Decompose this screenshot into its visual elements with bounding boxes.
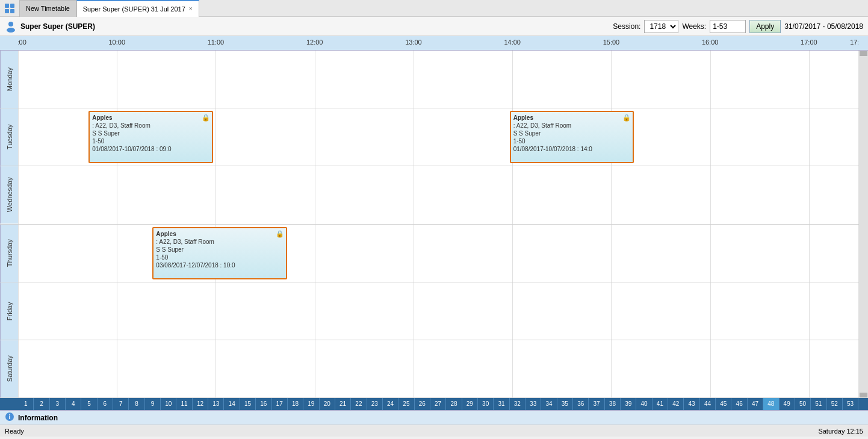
event-detail1: : A22, D3, Staff Room [92, 122, 209, 129]
week-num-47[interactable]: 47 [748, 398, 763, 410]
week-num-7[interactable]: 7 [113, 398, 129, 410]
week-num-29[interactable]: 29 [462, 398, 478, 410]
scrollbar-right[interactable] [858, 51, 868, 398]
week-num-35[interactable]: 35 [557, 398, 573, 410]
week-num-22[interactable]: 22 [351, 398, 367, 410]
week-num-4[interactable]: 4 [66, 398, 81, 410]
week-num-18[interactable]: 18 [288, 398, 303, 410]
time-tick: 16:00 [702, 39, 719, 46]
week-num-2[interactable]: 2 [34, 398, 49, 410]
week-num-37[interactable]: 37 [589, 398, 604, 410]
week-num-16[interactable]: 16 [256, 398, 271, 410]
day-label-friday: Friday [0, 282, 18, 340]
hour-line [611, 166, 612, 223]
hour-line [858, 51, 859, 108]
event-detail2: S S Super [156, 246, 283, 254]
week-num-48[interactable]: 48 [763, 398, 779, 410]
week-num-9[interactable]: 9 [145, 398, 161, 410]
statusbar: Ready Saturday 12:15 [0, 425, 868, 437]
week-num-13[interactable]: 13 [208, 398, 224, 410]
day-label-tuesday: Tuesday [0, 108, 18, 166]
day-content-thursday[interactable]: 🔒 Apples : A22, D3, Staff Room S S Super… [18, 225, 858, 282]
week-num-51[interactable]: 51 [811, 398, 826, 410]
hour-line [858, 166, 859, 223]
time-tick: 09:00 [18, 39, 26, 46]
svg-rect-2 [5, 9, 9, 13]
hour-line [710, 282, 711, 340]
week-num-8[interactable]: 8 [129, 398, 144, 410]
day-content-wednesday[interactable] [18, 166, 858, 223]
session-select[interactable]: 1718 [644, 20, 678, 33]
week-num-5[interactable]: 5 [81, 398, 97, 410]
week-num-31[interactable]: 31 [494, 398, 509, 410]
hour-line [18, 166, 19, 223]
week-num-14[interactable]: 14 [224, 398, 240, 410]
week-num-36[interactable]: 36 [573, 398, 589, 410]
week-num-44[interactable]: 44 [700, 398, 716, 410]
week-num-26[interactable]: 26 [415, 398, 430, 410]
day-label-thursday: Thursday [0, 225, 18, 282]
day-content-monday[interactable] [18, 51, 858, 108]
time-tick: 17:30 [850, 39, 858, 46]
week-num-3[interactable]: 3 [50, 398, 66, 410]
week-num-33[interactable]: 33 [525, 398, 541, 410]
week-num-32[interactable]: 32 [510, 398, 525, 410]
tab-active[interactable]: Super Super (SUPER) 31 Jul 2017 × [76, 0, 199, 17]
hour-line [18, 51, 19, 108]
week-num-20[interactable]: 20 [320, 398, 335, 410]
day-row-thursday: Thursday 🔒 Apples : A22, D3, Staff Room … [0, 225, 858, 282]
week-num-11[interactable]: 11 [176, 398, 192, 410]
user-label: Super Super (SUPER) [20, 22, 613, 31]
week-num-19[interactable]: 19 [303, 398, 319, 410]
week-num-42[interactable]: 42 [668, 398, 684, 410]
week-num-41[interactable]: 41 [653, 398, 668, 410]
week-num-1[interactable]: 1 [18, 398, 34, 410]
week-num-52[interactable]: 52 [827, 398, 843, 410]
week-num-49[interactable]: 49 [780, 398, 795, 410]
week-num-12[interactable]: 12 [193, 398, 208, 410]
hour-line [512, 282, 513, 340]
event-card-event1[interactable]: 🔒 Apples : A22, D3, Staff Room S S Super… [88, 111, 213, 163]
day-label-saturday: Saturday [0, 340, 18, 397]
week-num-53[interactable]: 53 [843, 398, 858, 410]
week-num-30[interactable]: 30 [478, 398, 494, 410]
week-num-40[interactable]: 40 [636, 398, 652, 410]
apply-button[interactable]: Apply [749, 20, 781, 33]
event-card-event2[interactable]: 🔒 Apples : A22, D3, Staff Room S S Super… [510, 111, 634, 163]
event-detail2: S S Super [92, 129, 209, 137]
day-content-friday[interactable] [18, 282, 858, 340]
time-tick: 13:00 [405, 39, 422, 46]
hour-line [858, 282, 859, 340]
time-tick: 14:00 [504, 39, 521, 46]
week-num-27[interactable]: 27 [430, 398, 446, 410]
day-content-saturday[interactable] [18, 340, 858, 397]
week-num-38[interactable]: 38 [605, 398, 621, 410]
week-num-6[interactable]: 6 [98, 398, 113, 410]
week-num-21[interactable]: 21 [335, 398, 351, 410]
week-num-50[interactable]: 50 [795, 398, 811, 410]
week-num-15[interactable]: 15 [240, 398, 256, 410]
week-num-39[interactable]: 39 [621, 398, 636, 410]
hour-line [611, 51, 612, 108]
event-card-event3[interactable]: 🔒 Apples : A22, D3, Staff Room S S Super… [152, 227, 287, 279]
week-num-25[interactable]: 25 [398, 398, 414, 410]
hour-line [117, 225, 117, 282]
week-num-23[interactable]: 23 [367, 398, 383, 410]
week-num-46[interactable]: 46 [731, 398, 747, 410]
week-num-28[interactable]: 28 [446, 398, 462, 410]
tab-close-icon[interactable]: × [189, 5, 193, 12]
weeks-input[interactable] [710, 20, 746, 33]
tab-new-timetable[interactable]: New Timetable [19, 0, 76, 17]
week-num-45[interactable]: 45 [716, 398, 731, 410]
week-num-24[interactable]: 24 [383, 398, 398, 410]
toolbar: Super Super (SUPER) Session: 1718 Weeks:… [0, 17, 868, 36]
hour-line [18, 340, 19, 397]
week-num-43[interactable]: 43 [684, 398, 699, 410]
hour-line [710, 166, 711, 223]
hour-line [512, 51, 513, 108]
day-content-tuesday[interactable]: 🔒 Apples : A22, D3, Staff Room S S Super… [18, 108, 858, 166]
week-num-10[interactable]: 10 [161, 398, 176, 410]
event-title: Apples [513, 114, 631, 122]
week-num-34[interactable]: 34 [541, 398, 557, 410]
week-num-17[interactable]: 17 [272, 398, 288, 410]
